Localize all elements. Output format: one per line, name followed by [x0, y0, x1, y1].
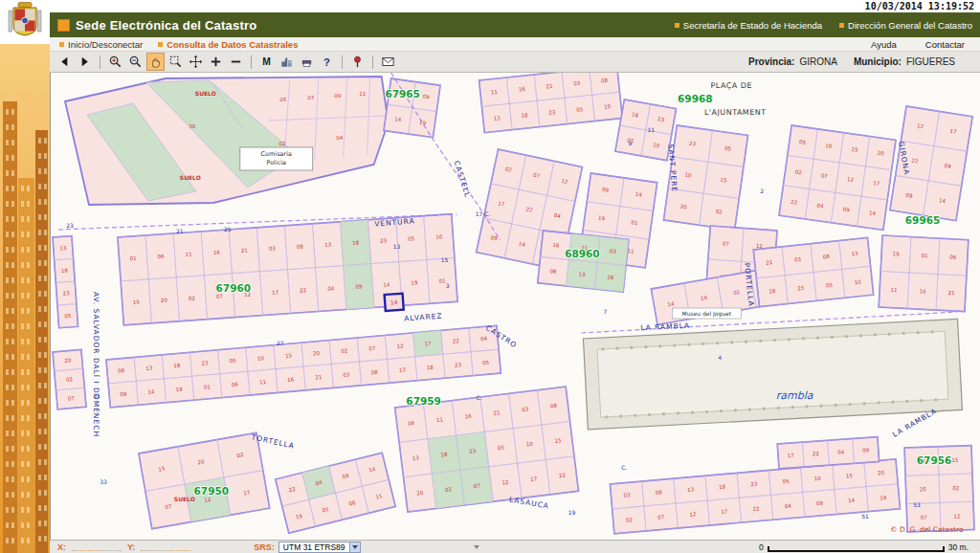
header-link[interactable]: Dirección General del Catastro [839, 20, 972, 31]
svg-text:18: 18 [427, 365, 434, 371]
printer-icon [300, 55, 314, 69]
nav-item[interactable]: Consulta de Datos Catastrales [158, 39, 298, 50]
parcel-number: 07 [307, 95, 314, 100]
svg-text:20: 20 [919, 486, 926, 492]
svg-text:01: 01 [203, 384, 210, 390]
svg-text:19: 19 [892, 251, 900, 256]
street-number: 19 [568, 509, 576, 516]
place-label: PLAÇA DE [711, 81, 753, 90]
bullet-icon [158, 42, 163, 47]
street-number: 51 [861, 513, 869, 520]
buildings-info-button[interactable] [278, 53, 296, 71]
map-toolbar: M? Provincia: GIRONA Municipio: FIGUERES [50, 52, 980, 73]
svg-text:07: 07 [216, 293, 224, 299]
location-info: Provincia: GIRONA Municipio: FIGUERES [748, 56, 974, 67]
map-viewport[interactable]: 0106111621030813182305101520020712172204… [50, 73, 980, 540]
zoom-window-button[interactable] [167, 53, 185, 71]
svg-text:13: 13 [687, 486, 695, 493]
svg-text:14: 14 [635, 191, 642, 198]
city-block: 162103081318 [538, 231, 629, 292]
nav-item-label: Inicio/Desconectar [68, 39, 143, 50]
svg-text:19: 19 [411, 279, 418, 286]
street-number: 25 [224, 226, 232, 232]
scale-line [768, 546, 945, 552]
block-code-label: 68960 [565, 248, 599, 259]
splitter-handle-icon[interactable] [472, 543, 481, 551]
svg-text:17: 17 [873, 180, 880, 187]
svg-text:02: 02 [236, 452, 244, 458]
svg-text:13: 13 [59, 245, 67, 252]
nav-link[interactable]: Ayuda [871, 39, 897, 50]
coord-y-label: Y: [127, 542, 135, 552]
locate-parcel-button[interactable] [348, 53, 367, 71]
svg-text:13: 13 [493, 115, 501, 122]
svg-text:05: 05 [576, 106, 584, 113]
svg-text:16: 16 [287, 376, 295, 383]
svg-text:14: 14 [848, 498, 856, 504]
svg-text:06: 06 [408, 420, 415, 427]
selected-parcel[interactable]: 14 [385, 294, 404, 311]
svg-text:23: 23 [455, 362, 462, 368]
measure-m-icon: M [259, 55, 274, 69]
minus-icon [229, 55, 243, 69]
svg-text:12: 12 [917, 122, 924, 129]
street-number: 9 [628, 140, 632, 146]
feedback-button[interactable] [379, 53, 397, 71]
street-label: AV. SALVADOR DALÍ I DOMENECH [92, 292, 100, 437]
nav-item[interactable]: Inicio/Desconectar [59, 39, 143, 50]
tool-buttons: M? [56, 53, 397, 71]
toolbar-separator [100, 55, 100, 69]
svg-text:08: 08 [549, 268, 557, 275]
bullet-icon [675, 23, 679, 28]
move-view-button[interactable] [187, 53, 205, 71]
svg-text:22: 22 [752, 505, 759, 512]
toolbar-separator [342, 55, 343, 69]
svg-text:12: 12 [204, 497, 212, 503]
street-number: C. [621, 464, 627, 471]
svg-text:21: 21 [493, 409, 501, 416]
svg-text:05: 05 [229, 358, 236, 365]
street-number: 2 [760, 188, 764, 194]
city-block: 190106111621 [879, 235, 969, 312]
svg-text:18: 18 [768, 288, 776, 295]
svg-text:23: 23 [750, 481, 758, 488]
history-forward-button[interactable] [76, 53, 94, 71]
block-code-label: 67965 [385, 88, 419, 100]
zoom-step-out-button[interactable] [227, 53, 245, 71]
coat-of-arms-icon [6, 1, 44, 43]
map-copyright: © D. G. del Catastro [890, 525, 964, 534]
nav-link[interactable]: Contactar [925, 39, 965, 50]
app-icon [57, 19, 70, 32]
svg-text:22: 22 [911, 158, 919, 165]
svg-text:04: 04 [327, 285, 335, 292]
svg-text:10: 10 [435, 233, 443, 240]
history-back-button[interactable] [56, 53, 74, 71]
zoom-step-in-button[interactable] [207, 53, 225, 71]
zoom-in-button[interactable] [106, 53, 124, 71]
street-number: 23 [66, 222, 74, 229]
svg-text:19: 19 [419, 120, 427, 126]
province-value: GIRONA [799, 56, 836, 67]
svg-text:13: 13 [324, 241, 332, 248]
street-number: 4 [718, 354, 722, 361]
svg-text:22: 22 [791, 199, 798, 206]
measure-button[interactable]: M [257, 53, 276, 71]
catastro-app: 10/03/2014 13:19:52 Sede Electrónica del… [0, 0, 980, 553]
municipio-value: FIGUERES [906, 56, 955, 67]
pan-button[interactable] [146, 53, 165, 71]
dropdown-caret-icon[interactable] [349, 542, 360, 552]
province-label: Provincia: [748, 56, 794, 67]
srs-select[interactable]: UTM 31 ETRS89 [278, 542, 361, 553]
svg-text:17: 17 [788, 453, 795, 459]
svg-text:12: 12 [689, 511, 696, 518]
svg-text:M: M [262, 56, 271, 67]
zoom-out-button[interactable] [126, 53, 145, 71]
help-tool-button[interactable]: ? [318, 53, 336, 71]
header-link[interactable]: Secretaría de Estado de Hacienda [675, 20, 822, 31]
cadastral-map[interactable]: 0106111621030813182305101520020712172204… [51, 73, 980, 540]
suelo-label: SUELO [180, 174, 201, 181]
print-button[interactable] [298, 53, 316, 71]
svg-text:08: 08 [118, 367, 125, 374]
scale-zero: 0 [759, 542, 764, 552]
bullet-icon [839, 23, 844, 28]
